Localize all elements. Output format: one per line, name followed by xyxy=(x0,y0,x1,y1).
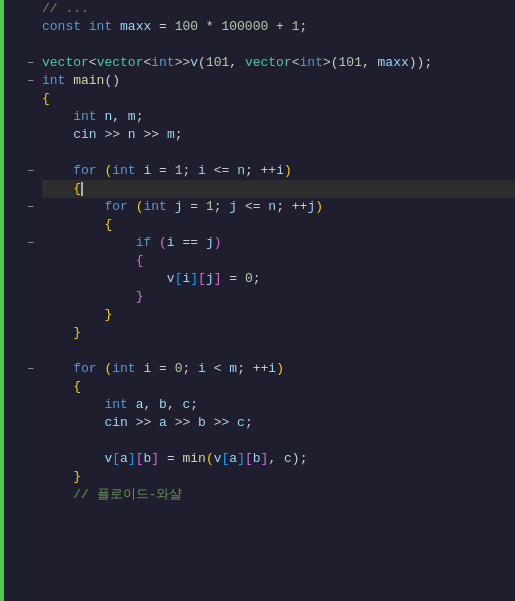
fold-marker-23 xyxy=(4,396,38,414)
fold-marker-14[interactable]: − xyxy=(4,234,38,252)
token: [ xyxy=(245,451,253,466)
token: <= xyxy=(237,199,268,214)
token: ( xyxy=(159,235,167,250)
token xyxy=(42,109,73,124)
fold-marker-9 xyxy=(4,144,38,162)
token: , xyxy=(167,397,183,412)
token: for xyxy=(73,163,104,178)
code-line-1: // ... xyxy=(42,0,515,18)
code-line-7: int n, m; xyxy=(42,108,515,126)
code-line-10: for (int i = 1; i <= n; ++i) xyxy=(42,162,515,180)
code-line-25 xyxy=(42,432,515,450)
token xyxy=(42,163,73,178)
token: ) xyxy=(214,235,222,250)
code-line-15: { xyxy=(42,252,515,270)
token: a xyxy=(159,415,167,430)
fold-marker-6 xyxy=(4,90,38,108)
code-line-18: } xyxy=(42,306,515,324)
fold-marker-4[interactable]: − xyxy=(4,54,38,72)
code-line-6: { xyxy=(42,90,515,108)
fold-marker-25 xyxy=(4,432,38,450)
token: , xyxy=(362,55,378,70)
token xyxy=(42,271,167,286)
token xyxy=(42,379,73,394)
token: ++ xyxy=(253,361,269,376)
token: int xyxy=(73,109,104,124)
token: int xyxy=(104,397,135,412)
code-area: −−−−−− // ...const int maxx = 100 * 1000… xyxy=(0,0,515,601)
code-line-16: v[i][j] = 0; xyxy=(42,270,515,288)
token: b xyxy=(253,451,261,466)
text-cursor xyxy=(81,182,83,196)
token xyxy=(42,397,104,412)
code-line-14: if (i == j) xyxy=(42,234,515,252)
code-line-20 xyxy=(42,342,515,360)
token: ] xyxy=(151,451,159,466)
token: ); xyxy=(292,451,308,466)
token: { xyxy=(42,91,50,106)
fold-marker-21[interactable]: − xyxy=(4,360,38,378)
token: vector xyxy=(245,55,292,70)
token xyxy=(42,415,104,430)
token: = xyxy=(159,451,182,466)
fold-marker-13 xyxy=(4,216,38,234)
token: , xyxy=(112,109,128,124)
token: v xyxy=(167,271,175,286)
gutter: −−−−−− xyxy=(0,0,38,601)
fold-marker-18 xyxy=(4,306,38,324)
fold-marker-22 xyxy=(4,378,38,396)
token: 100 xyxy=(175,19,198,34)
fold-marker-27 xyxy=(4,468,38,486)
token: if xyxy=(136,235,159,250)
token: )); xyxy=(409,55,432,70)
code-line-24: cin >> a >> b >> c; xyxy=(42,414,515,432)
token: * xyxy=(198,19,221,34)
code-lines: // ...const int maxx = 100 * 100000 + 1;… xyxy=(38,0,515,601)
fold-marker-3 xyxy=(4,36,38,54)
fold-marker-10[interactable]: − xyxy=(4,162,38,180)
token: ; xyxy=(237,361,253,376)
token: ( xyxy=(206,451,214,466)
token: , xyxy=(229,55,245,70)
fold-marker-2 xyxy=(4,18,38,36)
token: v xyxy=(190,55,198,70)
token: >> xyxy=(136,127,167,142)
token: ; xyxy=(136,109,144,124)
token: { xyxy=(136,253,144,268)
token xyxy=(42,235,136,250)
token: == xyxy=(175,235,206,250)
token: >> xyxy=(128,415,159,430)
token: = xyxy=(151,163,174,178)
token xyxy=(42,487,73,502)
fold-marker-12[interactable]: − xyxy=(4,198,38,216)
token xyxy=(42,181,73,196)
token: int xyxy=(151,55,174,70)
fold-marker-5[interactable]: − xyxy=(4,72,38,90)
fold-marker-19 xyxy=(4,324,38,342)
fold-marker-24 xyxy=(4,414,38,432)
code-line-28: // 플로이드-와샬 xyxy=(42,486,515,504)
token: ] xyxy=(237,451,245,466)
token: ; xyxy=(253,271,261,286)
token: ; xyxy=(190,397,198,412)
token: vector xyxy=(42,55,89,70)
code-line-11: { xyxy=(42,180,515,198)
token: >> xyxy=(167,415,198,430)
token: a xyxy=(120,451,128,466)
token: int xyxy=(42,73,73,88)
token: int xyxy=(89,19,120,34)
token xyxy=(42,469,73,484)
code-line-21: for (int i = 0; i < m; ++i) xyxy=(42,360,515,378)
token: b xyxy=(198,415,206,430)
token: >( xyxy=(323,55,339,70)
token: j xyxy=(206,271,214,286)
token: n xyxy=(237,163,245,178)
token: 101 xyxy=(339,55,362,70)
token: = xyxy=(182,199,205,214)
token: ; xyxy=(276,199,292,214)
code-line-27: } xyxy=(42,468,515,486)
token xyxy=(42,451,104,466)
fold-marker-11 xyxy=(4,180,38,198)
code-line-19: } xyxy=(42,324,515,342)
token: v xyxy=(214,451,222,466)
